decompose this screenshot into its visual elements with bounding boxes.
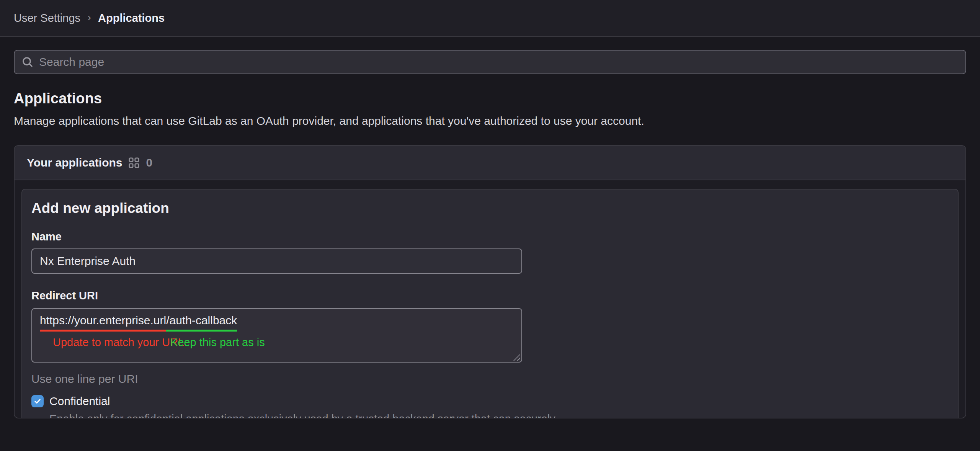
- your-applications-section: Your applications 0 Add new application …: [14, 145, 966, 418]
- main-content: Applications Manage applications that ca…: [0, 37, 980, 418]
- name-label: Name: [31, 230, 949, 243]
- applications-grid-icon: [128, 157, 140, 168]
- redirect-uri-textarea[interactable]: https://your.enterprise.url/auth-callbac…: [31, 308, 522, 363]
- page-title: Applications: [14, 90, 966, 107]
- annotation-keep-part: Keep this part as is: [170, 336, 265, 349]
- your-applications-body: Add new application Name Redirect URI ht…: [15, 180, 965, 418]
- checkmark-icon: [34, 397, 41, 405]
- annotation-update-url: Update to match your URL: [53, 336, 184, 349]
- breadcrumb: User Settings › Applications: [14, 12, 165, 25]
- application-name-input[interactable]: [31, 248, 522, 274]
- uri-host-part: https://your.enterprise.url: [40, 314, 166, 332]
- breadcrumb-user-settings[interactable]: User Settings: [14, 12, 80, 25]
- add-application-card: Add new application Name Redirect URI ht…: [21, 189, 959, 418]
- add-application-title: Add new application: [31, 200, 949, 216]
- search-input[interactable]: [39, 56, 959, 69]
- top-bar: User Settings › Applications: [0, 0, 980, 37]
- applications-count-badge: 0: [146, 156, 152, 169]
- search-icon: [21, 56, 34, 68]
- textarea-resize-handle[interactable]: [513, 354, 520, 361]
- confidential-label: Confidential: [49, 395, 110, 408]
- page-description: Manage applications that can use GitLab …: [14, 114, 966, 127]
- redirect-uri-label: Redirect URI: [31, 289, 949, 302]
- redirect-uri-help: Use one line per URI: [31, 373, 949, 386]
- redirect-uri-value: https://your.enterprise.url/auth-callbac…: [40, 314, 514, 332]
- chevron-right-icon: ›: [87, 11, 91, 23]
- uri-annotations: Update to match your URL Keep this part …: [40, 336, 514, 351]
- confidential-help: Enable only for confidential application…: [49, 412, 570, 418]
- search-bar[interactable]: [14, 50, 966, 74]
- confidential-row: Confidential: [31, 395, 949, 408]
- your-applications-title: Your applications: [27, 156, 122, 169]
- breadcrumb-applications: Applications: [98, 12, 165, 25]
- uri-callback-part: /auth-callback: [166, 314, 237, 332]
- confidential-checkbox[interactable]: [31, 395, 44, 407]
- your-applications-header: Your applications 0: [15, 146, 965, 180]
